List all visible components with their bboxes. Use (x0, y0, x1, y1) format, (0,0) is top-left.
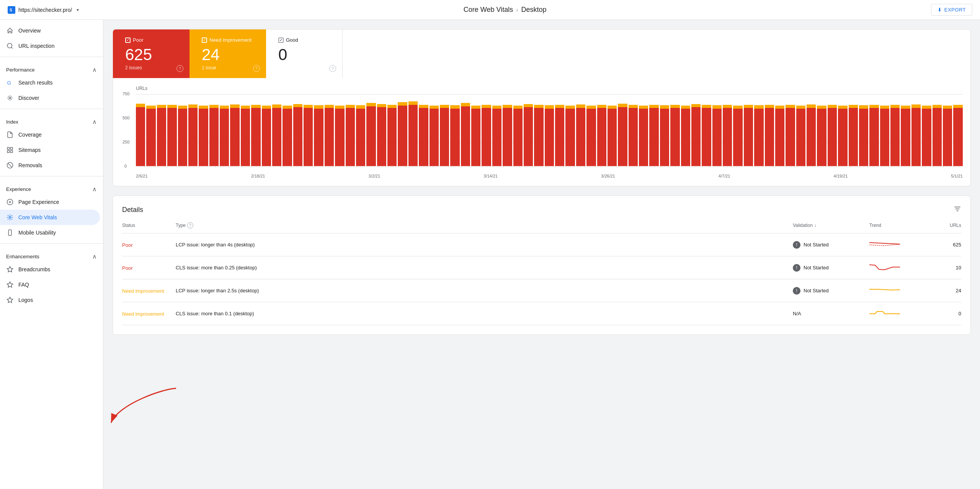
row-trend (869, 308, 931, 319)
row-status: Need improvement (122, 288, 176, 294)
table-row: Poor CLS issue: more than 0.25 (desktop)… (122, 256, 961, 279)
bar-group (869, 94, 879, 166)
type-help-icon[interactable]: ? (187, 222, 193, 228)
bar-poor (565, 109, 575, 166)
bar-group (953, 94, 962, 166)
bar-poor (314, 109, 323, 166)
bar-poor (524, 107, 533, 166)
experience-section[interactable]: Experience ∧ (0, 179, 103, 194)
svg-text:S: S (10, 8, 12, 12)
sidebar-item-url-inspection[interactable]: URL inspection (0, 38, 100, 54)
sidebar-item-discover[interactable]: Discover (0, 90, 100, 106)
bar-need (775, 106, 784, 109)
bar-need (901, 106, 910, 109)
bar-group (419, 94, 428, 166)
poor-help-icon[interactable]: ? (176, 65, 183, 72)
sidebar-item-core-web-vitals[interactable]: Core Web Vitals (0, 210, 100, 225)
header-validation: Validation ↓ (793, 222, 869, 228)
bar-group (597, 94, 606, 166)
bar-poor (744, 108, 753, 166)
bar-need (408, 101, 418, 105)
bar-need (586, 106, 596, 109)
bar-group (933, 94, 942, 166)
bar-poor (440, 108, 449, 166)
status-card-need[interactable]: Need improvement 24 1 issue ? (189, 29, 266, 78)
svg-marker-26 (7, 267, 13, 272)
row-status: Need improvement (122, 311, 176, 317)
sidebar-item-breadcrumbs[interactable]: Breadcrumbs (0, 262, 100, 277)
sidebar-item-page-experience[interactable]: Page Experience (0, 194, 100, 210)
bar-poor (681, 109, 690, 166)
bar-poor (503, 108, 512, 166)
bar-need (534, 105, 543, 108)
bar-poor (943, 109, 952, 166)
bar-group (639, 94, 648, 166)
bar-need (880, 106, 889, 109)
sidebar-item-logos[interactable]: Logos (0, 292, 100, 308)
good-help-icon[interactable]: ? (329, 65, 336, 72)
export-icon: ⬇ (938, 7, 942, 13)
bar-need (346, 105, 355, 108)
bar-group (283, 94, 292, 166)
bar-group (356, 94, 365, 166)
top-bar-left: S https://sitechecker.pro/ ▾ (8, 6, 79, 14)
filter-icon[interactable] (954, 205, 961, 215)
bar-group (911, 94, 921, 166)
row-validation: N/A (793, 311, 869, 316)
row-type: CLS issue: more than 0.25 (desktop) (176, 265, 793, 271)
bar-group (272, 94, 281, 166)
overview-label: Overview (18, 28, 41, 34)
site-dropdown-arrow[interactable]: ▾ (77, 7, 79, 13)
enhancements-section[interactable]: Enhancements ∧ (0, 247, 103, 262)
row-urls: 24 (931, 288, 961, 293)
bar-need (230, 104, 239, 108)
status-cards: Poor 625 2 issues ? Need improvement 24 … (113, 29, 971, 78)
bar-need (335, 106, 344, 109)
status-card-poor[interactable]: Poor 625 2 issues ? (113, 29, 189, 78)
export-button[interactable]: ⬇ EXPORT (931, 4, 972, 16)
bar-group (346, 94, 355, 166)
row-trend (869, 285, 931, 296)
bar-poor (911, 108, 921, 166)
performance-section[interactable]: Performance ∧ (0, 60, 103, 75)
bar-poor (209, 108, 219, 166)
sidebar-item-overview[interactable]: Overview (0, 23, 100, 38)
site-url[interactable]: https://sitechecker.pro/ (18, 7, 72, 13)
index-section[interactable]: Index ∧ (0, 112, 103, 127)
need-checkbox (202, 37, 207, 43)
bar-poor (639, 109, 648, 166)
sidebar-item-removals[interactable]: Removals (0, 158, 100, 173)
bar-poor (220, 109, 229, 166)
breadcrumbs-icon (6, 266, 14, 273)
bar-poor (702, 108, 711, 166)
sidebar-item-sitemaps[interactable]: Sitemaps (0, 142, 100, 158)
bar-poor (869, 108, 879, 166)
coverage-icon (6, 131, 14, 139)
bar-group (366, 94, 376, 166)
bar-group (817, 94, 826, 166)
status-card-good[interactable]: Good 0 ? (266, 29, 343, 78)
bar-poor (670, 108, 679, 166)
bar-group (838, 94, 847, 166)
header-urls: URLs (931, 222, 961, 228)
sidebar-item-coverage[interactable]: Coverage (0, 127, 100, 142)
bar-poor (807, 108, 816, 166)
sidebar-item-search-results[interactable]: G Search results (0, 75, 100, 90)
validation-sort-icon[interactable]: ↓ (814, 223, 817, 228)
need-help-icon[interactable]: ? (253, 65, 260, 72)
mobile-usability-icon (6, 229, 14, 236)
sidebar-item-mobile-usability[interactable]: Mobile Usability (0, 225, 100, 240)
bar-need (733, 106, 742, 109)
bar-poor (430, 109, 439, 166)
bar-poor (723, 108, 732, 166)
bar-poor (649, 108, 658, 166)
poor-label: Poor (125, 37, 177, 43)
bar-group (167, 94, 176, 166)
bar-group (901, 94, 910, 166)
bar-poor (251, 108, 260, 166)
svg-text:G: G (7, 80, 11, 86)
bar-group (859, 94, 868, 166)
sidebar-item-faq[interactable]: FAQ (0, 277, 100, 292)
bar-need (754, 105, 763, 109)
core-web-vitals-label: Core Web Vitals (18, 214, 57, 220)
